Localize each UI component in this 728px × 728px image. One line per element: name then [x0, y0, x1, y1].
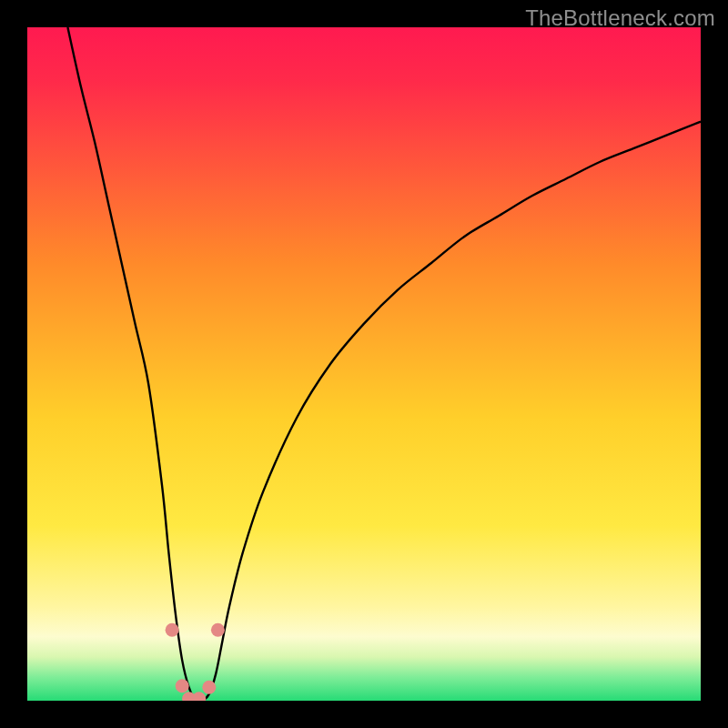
plot-area — [27, 27, 701, 701]
highlight-dot — [166, 623, 179, 637]
watermark-text: TheBottleneck.com — [525, 5, 715, 31]
chart-frame: TheBottleneck.com — [0, 0, 728, 728]
bottleneck-curve — [67, 27, 701, 701]
curve-layer — [27, 27, 701, 701]
highlight-dot — [192, 692, 206, 701]
highlight-dot — [211, 623, 225, 637]
highlight-dot — [202, 681, 216, 694]
highlight-markers — [166, 623, 225, 701]
highlight-dot — [176, 679, 189, 693]
